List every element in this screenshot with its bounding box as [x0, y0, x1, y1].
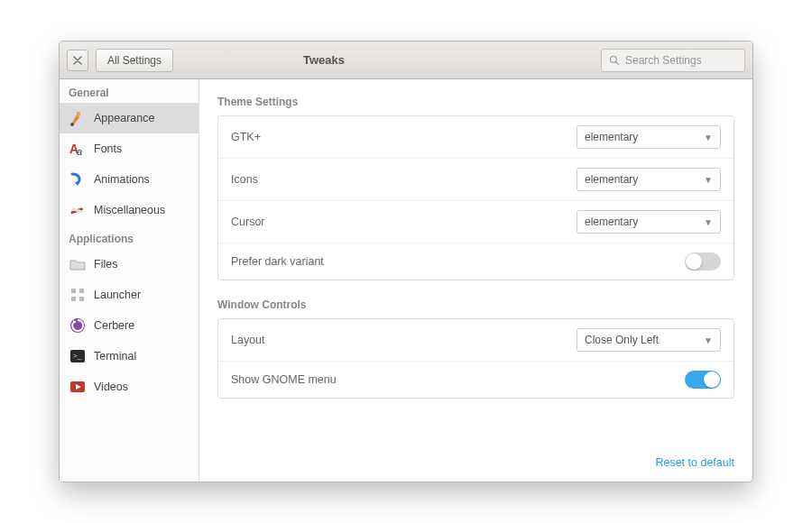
tweaks-window: All Settings Tweaks Search Settings Gene… — [59, 41, 753, 482]
window-title: Tweaks — [59, 53, 594, 67]
sidebar-item-label: Files — [94, 258, 117, 271]
icons-dropdown[interactable]: elementary ▼ — [577, 168, 721, 191]
sidebar-item-launcher[interactable]: Launcher — [60, 280, 198, 310]
gtk-dropdown[interactable]: elementary ▼ — [577, 125, 721, 149]
cursor-label: Cursor — [231, 216, 566, 228]
cursor-value: elementary — [585, 216, 638, 228]
misc-icon — [69, 201, 87, 219]
layout-value: Close Only Left — [585, 334, 659, 346]
sidebar-item-label: Fonts — [94, 142, 122, 155]
sidebar-item-cerbere[interactable]: Cerbere — [60, 310, 198, 341]
sidebar-item-label: Miscellaneous — [94, 204, 165, 216]
svg-rect-2 — [77, 112, 80, 116]
cursor-dropdown[interactable]: elementary ▼ — [577, 210, 721, 234]
dark-variant-label: Prefer dark variant — [231, 255, 674, 268]
theme-settings-card: GTK+ elementary ▼ Icons elementary ▼ Cur… — [217, 115, 734, 280]
files-icon — [69, 255, 87, 273]
svg-point-3 — [70, 123, 74, 126]
svg-rect-9 — [79, 289, 84, 293]
chevron-down-icon: ▼ — [704, 217, 713, 227]
sidebar-item-videos[interactable]: Videos — [60, 372, 198, 402]
chevron-down-icon: ▼ — [704, 175, 713, 185]
chevron-down-icon: ▼ — [704, 335, 713, 345]
svg-text:a: a — [77, 146, 82, 157]
row-cursor: Cursor elementary ▼ — [218, 201, 734, 243]
appearance-icon — [69, 109, 87, 127]
gtk-label: GTK+ — [231, 131, 566, 143]
sidebar-item-fonts[interactable]: Aa Fonts — [60, 133, 198, 164]
svg-text:>_: >_ — [73, 352, 82, 360]
row-dark-variant: Prefer dark variant — [218, 243, 734, 280]
gnome-menu-label: Show GNOME menu — [231, 373, 674, 386]
chevron-down-icon: ▼ — [704, 133, 713, 142]
svg-line-1 — [616, 61, 619, 64]
layout-dropdown[interactable]: Close Only Left ▼ — [577, 328, 721, 352]
sidebar-item-files[interactable]: Files — [60, 249, 198, 280]
sidebar-item-label: Launcher — [94, 289, 141, 301]
search-icon — [609, 55, 620, 66]
terminal-icon: >_ — [69, 347, 87, 365]
titlebar: All Settings Tweaks Search Settings — [60, 41, 752, 79]
svg-rect-10 — [71, 297, 76, 301]
window-body: General Appearance Aa Fonts Animations — [60, 79, 752, 482]
sidebar-item-label: Animations — [94, 173, 150, 186]
icons-label: Icons — [231, 173, 566, 186]
sidebar-item-label: Appearance — [94, 112, 154, 124]
search-input[interactable]: Search Settings — [601, 49, 745, 72]
row-icons: Icons elementary ▼ — [218, 159, 734, 201]
search-placeholder: Search Settings — [625, 54, 702, 67]
fonts-icon: Aa — [69, 140, 87, 158]
sidebar-header-general: General — [60, 79, 198, 103]
dark-variant-toggle[interactable] — [685, 252, 721, 271]
sidebar-item-label: Cerbere — [94, 319, 134, 332]
sidebar-item-miscellaneous[interactable]: Miscellaneous — [60, 195, 198, 225]
layout-label: Layout — [231, 334, 566, 346]
svg-rect-8 — [71, 289, 76, 293]
animations-icon — [69, 170, 87, 188]
launcher-icon — [69, 286, 87, 304]
section-theme-settings: Theme Settings — [217, 96, 734, 108]
sidebar-item-appearance[interactable]: Appearance — [60, 103, 198, 133]
row-gtk: GTK+ elementary ▼ — [218, 116, 734, 159]
sidebar-item-label: Terminal — [94, 350, 136, 362]
gtk-value: elementary — [585, 131, 638, 143]
videos-icon — [69, 378, 87, 396]
content-pane: Theme Settings GTK+ elementary ▼ Icons e… — [199, 79, 752, 482]
sidebar-item-terminal[interactable]: >_ Terminal — [60, 341, 198, 372]
row-gnome-menu: Show GNOME menu — [218, 362, 734, 398]
svg-rect-11 — [79, 297, 84, 301]
sidebar: General Appearance Aa Fonts Animations — [60, 79, 199, 482]
gnome-menu-toggle[interactable] — [685, 371, 721, 389]
sidebar-header-applications: Applications — [60, 225, 198, 249]
reset-to-default-link[interactable]: Reset to default — [217, 449, 734, 469]
cerbere-icon — [69, 317, 87, 335]
window-controls-card: Layout Close Only Left ▼ Show GNOME menu — [217, 318, 734, 399]
sidebar-item-animations[interactable]: Animations — [60, 164, 198, 195]
sidebar-item-label: Videos — [94, 381, 128, 393]
icons-value: elementary — [585, 173, 638, 186]
section-window-controls: Window Controls — [217, 298, 734, 311]
row-layout: Layout Close Only Left ▼ — [218, 319, 734, 362]
